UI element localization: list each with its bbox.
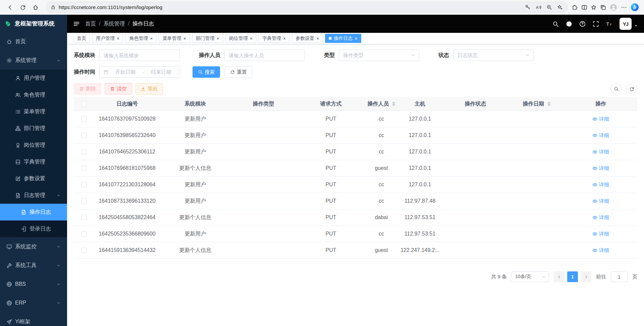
sidebar-item-bbs[interactable]: BBS bbox=[0, 275, 67, 294]
row-checkbox[interactable] bbox=[81, 198, 87, 204]
sidebar-item-post-mgmt[interactable]: 岗位管理 bbox=[0, 137, 67, 153]
sidebar-item-dict-mgmt[interactable]: 字典管理 bbox=[0, 153, 67, 170]
page-number-button[interactable]: 1 bbox=[567, 271, 578, 282]
tab-user-mgmt[interactable]: 用户管理× bbox=[92, 34, 123, 43]
clear-button[interactable]: 清空 bbox=[105, 83, 132, 94]
module-input[interactable] bbox=[99, 50, 180, 61]
status-select[interactable]: 日志状态 bbox=[453, 50, 534, 61]
read-aloud-icon[interactable]: A bbox=[536, 4, 541, 10]
tab-role-mgmt[interactable]: 角色管理× bbox=[125, 34, 156, 43]
help-icon[interactable] bbox=[579, 21, 586, 27]
sort-icon[interactable] bbox=[547, 102, 551, 106]
sidebar-item-system-mgmt[interactable]: 系统管理 bbox=[0, 51, 67, 70]
close-icon[interactable]: × bbox=[183, 36, 186, 41]
close-icon[interactable]: × bbox=[355, 36, 357, 41]
github-icon[interactable] bbox=[566, 21, 572, 27]
close-icon[interactable]: × bbox=[316, 36, 319, 41]
password-key-icon[interactable] bbox=[525, 4, 531, 10]
toggle-search-button[interactable] bbox=[610, 83, 622, 94]
column-header-date[interactable]: 操作日期 bbox=[509, 101, 564, 108]
date-range-picker[interactable]: 开始日期 - 结束日期 bbox=[99, 66, 180, 78]
sidebar-item-role-mgmt[interactable]: 角色管理 bbox=[0, 86, 67, 103]
back-button[interactable] bbox=[4, 1, 16, 13]
operator-input[interactable] bbox=[224, 50, 305, 61]
collapse-sidebar-icon[interactable] bbox=[73, 20, 80, 27]
row-checkbox[interactable] bbox=[81, 215, 87, 220]
row-checkbox[interactable] bbox=[81, 149, 87, 154]
row-checkbox[interactable] bbox=[81, 231, 87, 237]
breadcrumb-item[interactable]: 首页 bbox=[85, 20, 96, 27]
detail-link[interactable]: 详细 bbox=[592, 198, 609, 204]
sidebar-item-menu-mgmt[interactable]: 菜单管理 bbox=[0, 103, 67, 120]
page-size-select[interactable]: 10条/页 bbox=[512, 271, 549, 282]
sidebar-item-login-log[interactable]: 登录日志 bbox=[0, 220, 67, 237]
sidebar-item-oper-log[interactable]: 操作日志 bbox=[0, 204, 67, 220]
close-icon[interactable]: × bbox=[217, 36, 219, 41]
more-menu-icon[interactable] bbox=[621, 4, 627, 10]
tab-oper-log[interactable]: 操作日志× bbox=[325, 34, 361, 43]
select-all-checkbox[interactable] bbox=[81, 101, 87, 107]
row-checkbox[interactable] bbox=[81, 133, 87, 138]
detail-link[interactable]: 详细 bbox=[592, 214, 609, 221]
delete-button[interactable]: 删除 bbox=[74, 83, 101, 94]
type-select[interactable]: 操作类型 bbox=[339, 50, 419, 61]
detail-link[interactable]: 详细 bbox=[592, 165, 609, 172]
sidebar-item-sys-monitor[interactable]: 系统监控 bbox=[0, 237, 67, 256]
sidebar-item-home[interactable]: 首页 bbox=[0, 32, 67, 51]
collections-icon[interactable] bbox=[600, 4, 606, 10]
column-header-operator[interactable]: 操作人员 bbox=[365, 101, 398, 108]
extensions-icon[interactable] bbox=[572, 4, 578, 10]
tab-post-mgmt[interactable]: 岗位管理× bbox=[225, 34, 256, 43]
row-checkbox[interactable] bbox=[81, 116, 87, 122]
tab-dept-mgmt[interactable]: 部门管理× bbox=[192, 34, 223, 43]
next-page-button[interactable] bbox=[581, 271, 591, 282]
split-screen-icon[interactable] bbox=[581, 4, 587, 10]
detail-link[interactable]: 详细 bbox=[592, 149, 609, 155]
row-checkbox[interactable] bbox=[81, 166, 87, 171]
row-checkbox[interactable] bbox=[81, 182, 87, 187]
close-icon[interactable]: × bbox=[250, 36, 253, 41]
fullscreen-icon[interactable] bbox=[593, 21, 599, 27]
header-search-icon[interactable] bbox=[552, 21, 559, 27]
sidebar-item-yi-framework[interactable]: Yi框架 bbox=[0, 312, 67, 326]
add-favorite-icon[interactable] bbox=[557, 4, 563, 10]
detail-link[interactable]: 详细 bbox=[592, 116, 609, 122]
bing-copilot-icon[interactable]: b bbox=[630, 3, 639, 12]
zoom-out-icon[interactable] bbox=[546, 4, 552, 10]
tab-param-settings[interactable]: 参数设置× bbox=[292, 34, 323, 43]
favorites-icon[interactable] bbox=[591, 4, 597, 10]
sidebar-item-log-mgmt[interactable]: 日志管理 bbox=[0, 187, 67, 204]
font-size-icon[interactable]: TT bbox=[606, 21, 612, 27]
browser-home-button[interactable] bbox=[30, 1, 42, 13]
goto-page-input[interactable] bbox=[611, 271, 628, 282]
sidebar-item-user-mgmt[interactable]: 用户管理 bbox=[0, 70, 67, 86]
search-button[interactable]: 搜索 bbox=[193, 66, 220, 78]
browser-refresh-button[interactable] bbox=[17, 1, 29, 13]
detail-link[interactable]: 详细 bbox=[592, 132, 609, 139]
profile-avatar-icon[interactable] bbox=[609, 3, 618, 11]
close-icon[interactable]: × bbox=[283, 36, 286, 41]
user-avatar[interactable]: YJ bbox=[620, 18, 632, 30]
detail-link[interactable]: 详细 bbox=[592, 182, 609, 188]
avatar-caret-icon[interactable] bbox=[634, 24, 638, 28]
prev-page-button[interactable] bbox=[554, 271, 565, 282]
app-logo[interactable]: 意框架管理系统 bbox=[0, 15, 67, 32]
refresh-table-button[interactable] bbox=[626, 83, 637, 94]
reset-button[interactable]: 重置 bbox=[225, 66, 252, 78]
sort-icon[interactable] bbox=[392, 102, 395, 106]
close-icon[interactable]: × bbox=[150, 36, 153, 41]
export-button[interactable]: 导出 bbox=[136, 83, 163, 94]
sidebar-item-param-settings[interactable]: 参数设置 bbox=[0, 170, 67, 187]
tab-home[interactable]: 首页 bbox=[73, 34, 90, 43]
detail-link[interactable]: 详细 bbox=[592, 231, 609, 237]
tab-menu-mgmt[interactable]: 菜单管理× bbox=[159, 34, 190, 43]
tab-dict-mgmt[interactable]: 字典管理× bbox=[259, 34, 289, 43]
sidebar-item-dept-mgmt[interactable]: 部门管理 bbox=[0, 120, 67, 137]
detail-link[interactable]: 详细 bbox=[592, 247, 609, 254]
address-bar[interactable]: https://ccnetcore.com:1101/system/log/op… bbox=[46, 2, 568, 13]
sidebar-item-sys-tools[interactable]: 系统工具 bbox=[0, 256, 67, 275]
breadcrumb-item[interactable]: 系统管理 bbox=[103, 20, 125, 27]
row-checkbox[interactable] bbox=[81, 248, 87, 253]
close-icon[interactable]: × bbox=[117, 36, 119, 41]
sidebar-item-erp[interactable]: ERP bbox=[0, 294, 67, 312]
